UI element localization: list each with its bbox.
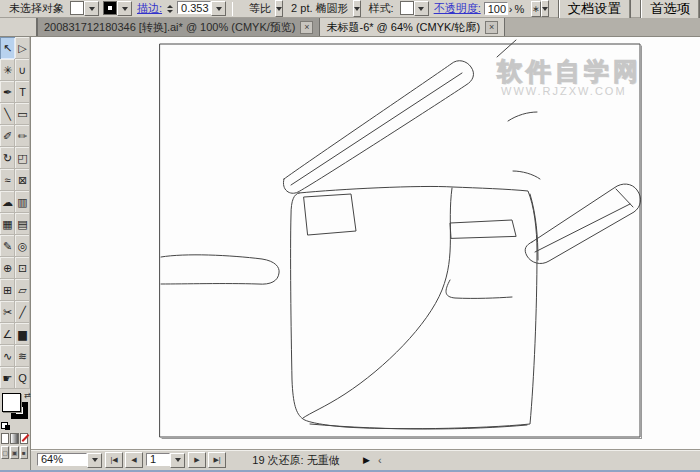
type-tool[interactable]: T [15,81,30,103]
next-page-button[interactable]: ▶ [188,452,206,468]
stroke-panel-link[interactable]: 描边: [137,1,162,16]
width-profile-dropdown[interactable] [275,0,283,17]
line-segment-tool[interactable]: ╲ [0,103,15,125]
tab-bar-lead [0,18,38,36]
graph-tool[interactable]: ▥ [15,191,30,213]
opacity-step-icon[interactable]: › [509,3,513,15]
envelope-tool[interactable]: ∿ [0,345,15,367]
stroke-swatch-icon[interactable] [103,1,117,15]
style-swatch-icon[interactable] [400,1,414,15]
gradient-tool[interactable]: ▤ [15,213,30,235]
sketch-drawing [31,37,700,449]
tab-close-icon[interactable]: × [485,21,498,34]
page-dropdown[interactable] [170,453,185,468]
preferences-button[interactable]: 首选项 [640,0,700,20]
pen-tool[interactable]: ✒ [0,81,15,103]
stepper-down-icon[interactable] [167,10,173,13]
extra-options-dropdown[interactable] [541,0,549,17]
zoom-tool[interactable]: Q [15,367,30,389]
stroke-weight-dropdown[interactable] [211,1,226,16]
hand-tool[interactable]: ☛ [0,367,15,389]
pencil-tool[interactable]: ✏ [15,125,30,147]
stroke-weight-field[interactable]: 0.353 [177,1,211,14]
fullscreen-menu-button[interactable]: ▣ [10,446,18,459]
fill-swatch-icon[interactable] [70,1,84,15]
fill-dropdown-button[interactable] [84,1,99,16]
opacity-panel-link[interactable]: 不透明度: [434,1,481,16]
style-dropdown[interactable] [414,1,429,16]
zoom-level-field[interactable]: 64% [37,453,87,466]
sketch-pocket-left [304,194,356,235]
chevron-down-icon [122,7,128,11]
column-graph-tool[interactable]: ▆ [15,323,30,345]
document-setup-button[interactable]: 文档设置 [558,0,631,20]
brush-definition-dropdown[interactable] [353,0,361,17]
swap-fill-stroke-icon[interactable]: ⇄ [24,391,31,400]
fill-color-combo[interactable] [70,1,99,16]
live-paint-bucket-tool[interactable]: ⊕ [0,257,15,279]
rectangle-tool[interactable]: ▭ [15,103,30,125]
scissors-tool[interactable]: ✂ [0,301,15,323]
eyedropper-tool[interactable]: ✎ [0,235,15,257]
slice-tool[interactable]: ▱ [15,279,30,301]
sketch-stick-left [161,255,279,284]
tab-close-icon[interactable]: × [300,21,313,34]
free-transform-tool[interactable]: ⊠ [15,169,30,191]
sketch-s-curve [303,188,452,418]
page-number-field[interactable]: 1 [146,453,170,466]
paint-style-row [1,433,29,444]
fullscreen-button[interactable]: ■ [20,446,28,459]
symbol-sprayer-tool[interactable]: ☁ [0,191,15,213]
document-tab-1[interactable]: 200831712180346 [转换].ai* @ 100% (CMYK/预览… [38,18,320,36]
warp-tool[interactable]: ≈ [0,169,15,191]
opacity-field[interactable]: 100 [484,2,508,15]
color-fill-button[interactable] [1,433,9,444]
gradient-fill-button[interactable] [10,433,18,444]
sketch-corner-line [497,40,516,57]
default-fill-stroke-icon[interactable] [1,422,10,430]
live-paint-selection-tool[interactable]: ⊡ [15,257,30,279]
document-canvas[interactable]: 软件自学网 WWW.RJZXW.COM [31,37,700,449]
rotate-tool[interactable]: ↻ [0,147,15,169]
direct-selection-tool[interactable]: ▷ [15,37,30,59]
lasso-tool[interactable]: ∪ [15,59,30,81]
status-bar: 64% |◀ ◀ 1 ▶ ▶| 19 次还原: 无重做 ▶ ‹ [31,449,700,470]
paintbrush-tool[interactable]: ✐ [0,125,15,147]
tab-label: 200831712180346 [转换].ai* @ 100% (CMYK/预览… [44,20,295,35]
chevron-down-icon [216,7,222,11]
first-page-button[interactable]: |◀ [105,452,123,468]
page-combo[interactable]: 1 [146,453,185,468]
style-combo[interactable] [400,1,429,16]
status-menu-icon[interactable]: ▶ [363,455,370,465]
sketch-pocket-right [450,220,516,238]
tab-label: 未标题-6* @ 64% (CMYK/轮廓) [326,20,480,35]
brush-definition-label: 2 pt. 椭圆形 [291,1,348,16]
document-tab-2[interactable]: 未标题-6* @ 64% (CMYK/轮廓)× [320,18,505,36]
stroke-weight-stepper[interactable] [167,5,173,13]
blend-tool[interactable]: ◎ [15,235,30,257]
stroke-weight-combo[interactable]: 0.353 [177,1,226,16]
sketch-body [291,186,537,428]
standard-screen-button[interactable]: ▢ [1,446,9,459]
scale-tool[interactable]: ◰ [15,147,30,169]
stroke-dropdown-button[interactable] [117,1,132,16]
chevron-down-icon [89,7,95,11]
selection-tool[interactable]: ↖ [0,37,15,59]
last-page-button[interactable]: ▶| [208,452,226,468]
opacity-unit-label: % [514,3,524,15]
stepper-up-icon[interactable] [167,5,173,8]
zoom-dropdown[interactable] [87,453,102,468]
wrinkle-tool[interactable]: ≋ [15,345,30,367]
magic-wand-tool[interactable]: ✳ [0,59,15,81]
document-tab-bar: 200831712180346 [转换].ai* @ 100% (CMYK/预览… [0,18,700,37]
fill-color-box[interactable] [2,393,21,412]
mesh-tool[interactable]: ▦ [0,213,15,235]
stroke-color-combo[interactable] [103,1,132,16]
knife-tool[interactable]: ╱ [15,301,30,323]
recolor-artwork-icon[interactable]: ∗ [531,1,541,17]
crop-area-tool[interactable]: ⊞ [0,279,15,301]
none-fill-button[interactable] [20,433,28,444]
previous-page-button[interactable]: ◀ [125,452,143,468]
measure-tool[interactable]: ∠ [0,323,15,345]
zoom-combo[interactable]: 64% [37,453,102,468]
